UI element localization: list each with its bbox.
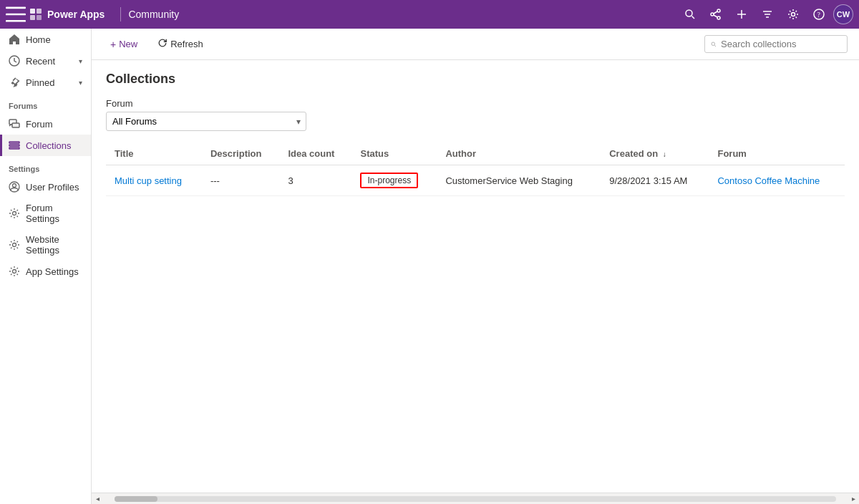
svg-rect-24 [12,123,19,127]
svg-rect-0 [6,7,26,9]
svg-point-29 [13,184,16,188]
svg-rect-5 [30,15,35,20]
cell-author: CustomerService Web Staging [437,165,601,196]
sidebar-item-pinned[interactable]: Pinned ▾ [0,72,91,93]
sidebar-user-profiles-label: User Profiles [26,182,79,193]
forum-link[interactable]: Contoso Coffee Machine [717,175,820,186]
cell-description: --- [202,165,279,196]
user-avatar[interactable]: CW [833,4,853,24]
sidebar-forum-label: Forum [26,119,53,130]
sidebar-app-settings-label: App Settings [26,266,79,277]
sidebar-item-home[interactable]: Home [0,29,91,50]
hamburger-menu-button[interactable] [6,4,26,24]
settings-section-label: Settings [0,156,91,176]
scroll-right-arrow[interactable]: ▸ [848,493,859,505]
scroll-left-arrow[interactable]: ◂ [92,493,103,505]
cell-created-on: 9/28/2021 3:15 AM [601,165,709,196]
toolbar: + New Refresh [92,29,859,60]
search-input[interactable] [721,39,841,49]
svg-line-34 [714,45,716,47]
svg-rect-4 [37,9,42,14]
svg-rect-6 [37,15,42,20]
refresh-button[interactable]: Refresh [150,34,210,54]
svg-point-11 [717,16,720,19]
top-navigation-bar: Power Apps Community ? CW [0,0,859,29]
table-row: Multi cup setting --- 3 In-progress Cust… [106,165,845,196]
svg-point-7 [686,10,692,16]
sidebar-item-app-settings[interactable]: App Settings [0,261,91,282]
svg-rect-3 [30,9,35,14]
svg-line-12 [714,11,717,14]
col-status[interactable]: Status [351,142,437,165]
sidebar-item-website-settings[interactable]: Website Settings [0,229,91,261]
forum-filter-select-wrapper[interactable]: All Forums [106,112,306,131]
recent-expand-icon: ▾ [79,57,82,65]
col-description[interactable]: Description [202,142,279,165]
sidebar-pinned-label: Pinned [26,77,54,88]
svg-point-31 [13,243,16,247]
svg-point-30 [13,212,16,215]
sort-descending-icon: ↓ [663,150,666,158]
svg-rect-2 [6,20,26,22]
svg-point-32 [13,270,16,273]
svg-point-10 [711,13,714,16]
svg-rect-1 [6,14,26,16]
sidebar-item-recent[interactable]: Recent ▾ [0,50,91,72]
sidebar-item-collections[interactable]: Collections [0,135,91,156]
topbar-settings-button[interactable] [782,3,805,26]
topbar-filter-button[interactable] [756,3,779,26]
filter-label: Forum [106,98,845,109]
collection-title-link[interactable]: Multi cup setting [115,175,182,186]
topbar-share-button[interactable] [704,3,727,26]
col-idea-count[interactable]: Idea count [279,142,351,165]
col-created-on[interactable]: Created on ↓ [601,142,709,165]
search-icon [711,39,717,49]
topbar-help-button[interactable]: ? [807,3,830,26]
svg-rect-27 [9,147,19,149]
table-header-row: Title Description Idea count Status Auth… [106,142,845,165]
col-title[interactable]: Title [106,142,202,165]
sidebar-item-forum-settings[interactable]: Forum Settings [0,198,91,229]
pinned-expand-icon: ▾ [79,79,82,87]
status-badge: In-progress [360,173,418,188]
sidebar-home-label: Home [26,34,51,45]
new-button[interactable]: + New [103,35,145,54]
col-author[interactable]: Author [437,142,601,165]
svg-point-19 [792,13,795,16]
sidebar-forum-settings-label: Forum Settings [26,203,82,224]
forum-filter-select[interactable]: All Forums [106,112,306,131]
refresh-icon [157,38,168,50]
scrollbar-thumb[interactable] [115,496,157,502]
search-box[interactable] [704,35,848,53]
topbar-divider [120,7,121,21]
main-content: + New Refresh Collections Forum [92,29,859,504]
forums-section-label: Forums [0,93,91,113]
scrollbar-track[interactable] [115,496,836,502]
sidebar-item-user-profiles[interactable]: User Profiles [0,176,91,198]
svg-line-8 [692,16,695,19]
collections-table: Title Description Idea count Status Auth… [106,142,845,196]
sidebar-item-forum[interactable]: Forum [0,113,91,135]
svg-rect-25 [9,142,19,143]
page-title: Collections [106,72,845,87]
sidebar: Home Recent ▾ Pinned ▾ Forums Forum Coll… [0,29,92,504]
topbar-search-button[interactable] [679,3,702,26]
svg-rect-26 [9,145,19,146]
cell-status: In-progress [351,165,437,196]
sidebar-collections-label: Collections [26,140,72,151]
new-icon: + [110,39,116,50]
svg-point-33 [712,42,715,46]
community-label: Community [128,9,179,20]
cell-forum: Contoso Coffee Machine [709,165,845,196]
app-brand: Power Apps [29,7,105,21]
col-created-on-label: Created on [609,148,658,159]
refresh-button-label: Refresh [170,39,203,49]
cell-idea-count: 3 [279,165,351,196]
svg-point-9 [717,9,720,12]
topbar-plus-button[interactable] [730,3,753,26]
sidebar-recent-label: Recent [26,56,55,67]
page-content-area: Collections Forum All Forums Title Descr… [92,60,859,493]
svg-text:?: ? [817,11,821,19]
col-forum[interactable]: Forum [709,142,845,165]
forum-filter-row: Forum All Forums [106,98,845,131]
